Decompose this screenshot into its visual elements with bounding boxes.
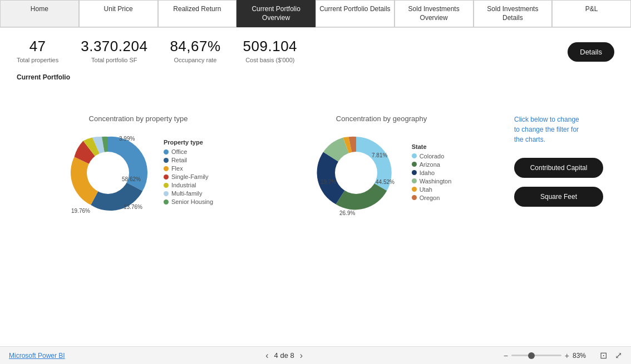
legend-dot [164,183,169,188]
page-info: 4 de 8 [274,351,294,360]
legend-item-multi-family: Multi-family [164,190,213,197]
filter-description: Click below to change to change the filt… [514,114,579,144]
page-separator: de [280,351,290,360]
power-bi-link[interactable]: Microsoft Power BI [9,352,65,360]
next-page-button[interactable]: › [300,351,303,361]
details-button[interactable]: Details [568,42,614,62]
geo-legend-label: Oregon [420,195,440,201]
geo-legend-dot [412,195,417,200]
cost-basis-value: 509.104 [243,38,297,55]
geo-legend-label: Arizona [420,161,440,168]
total-properties-label: Total properties [17,57,58,63]
nav-tab-sold-investments-details[interactable]: Sold Investments Details [474,0,553,27]
nav-tab-current-portfolio-details[interactable]: Current Portfolio Details [316,0,395,27]
bottom-right: − + 83% ⊡ ⤢ [504,350,622,361]
filter-text-1: Click below to change [514,116,579,123]
filter-highlight: filter [556,126,569,133]
main-content: 47 Total properties 3.370.204 Total port… [0,28,631,223]
fullscreen-icon[interactable]: ⤢ [615,350,622,361]
legend-label: Flex [171,165,183,172]
nav-tab-unit-price[interactable]: Unit Price [79,0,158,27]
stat-total-sf: 3.370.204 Total portfolio SF [81,38,147,63]
geo-legend-item-washington: Washington [412,178,452,185]
property-type-donut: 3.99% 13.76% 19.76% 58.62% [63,128,152,217]
label-269: 26.9% [339,210,355,216]
zoom-bar: − + 83% [504,351,592,360]
occupancy-label: Occupancy rate [170,57,220,63]
nav-tabs: HomeUnit PriceRealized ReturnCurrent Por… [0,0,631,28]
legend-label: Senior Housing [171,198,213,205]
geo-legend-label: Washington [420,178,452,185]
geo-legend-item-colorado: Colorado [412,153,452,159]
label-781: 7.81% [372,152,387,158]
legend-item-senior-housing: Senior Housing [164,198,213,205]
property-type-chart-with-legend: 3.99% 13.76% 19.76% 58.62% Property type… [17,128,260,217]
legend-dot [164,174,169,179]
prev-page-button[interactable]: ‹ [265,351,268,361]
legend-label: Office [171,148,188,155]
zoom-out-icon[interactable]: − [504,351,508,360]
legend-label: Single-Family [171,173,209,180]
bottom-center: ‹ 4 de 8 › [65,351,504,361]
section-label: Current Portfolio [17,73,614,81]
page-nav: ‹ 4 de 8 › [265,351,303,361]
nav-tab-sold-investments-overview[interactable]: Sold Investments Overview [395,0,474,27]
stat-cost-basis: 509.104 Cost basis ($'000) [243,38,297,63]
label-1376: 13.76% [124,204,142,210]
label-399: 3.99% [119,136,135,142]
label-5862: 58.62% [122,176,141,182]
bottom-bar: Microsoft Power BI ‹ 4 de 8 › − + 83% ⊡ … [0,346,631,364]
label-197: 19.7% [321,179,336,185]
geography-chart-with-legend: 7.81% 19.7% 44.52% 26.9% State ColoradoA… [260,128,503,217]
cost-basis-label: Cost basis ($'000) [243,57,297,63]
label-4452: 44.52% [376,179,395,185]
geography-legend: State ColoradoArizonaIdahoWashingtonUtah… [412,143,452,203]
nav-tab-realized-return[interactable]: Realized Return [158,0,237,27]
nav-tab-home[interactable]: Home [0,0,79,27]
geo-legend-dot [412,162,417,167]
geo-legend-item-oregon: Oregon [412,195,452,201]
legend-item-retail: Retail [164,157,213,163]
fit-page-icon[interactable]: ⊡ [600,350,607,361]
geography-donut: 7.81% 19.7% 44.52% 26.9% [312,128,401,217]
property-type-legend: Property type OfficeRetailFlexSingle-Fam… [164,139,213,207]
right-panel: Click below to change to change the filt… [503,114,614,217]
geo-legend-dot [412,170,417,175]
geo-legend-label: Idaho [420,169,435,176]
page-current: 4 [274,351,278,360]
nav-tab-current-portfolio-overview[interactable]: Current Portfolio Overview [236,0,316,27]
geo-legend-dot [412,178,417,183]
legend-dot [164,149,169,154]
legend-item-single-family: Single-Family [164,173,213,180]
total-sf-value: 3.370.204 [81,38,147,55]
nav-tab-pl[interactable]: P&L [552,0,631,27]
geo-legend-label: Utah [420,186,432,193]
page-total: 8 [290,351,294,360]
legend-dot [164,200,169,205]
geography-chart-title: Concentration by geography [260,114,503,123]
legend-label: Industrial [171,182,196,188]
geo-legend-item-arizona: Arizona [412,161,452,168]
occupancy-value: 84,67% [170,38,220,55]
legend-dot [164,158,169,163]
contributed-capital-button[interactable]: Contributed Capital [514,158,603,178]
property-type-legend-title: Property type [164,139,213,146]
property-type-chart-title: Concentration by property type [17,114,260,123]
legend-label: Retail [171,157,187,163]
square-feet-button[interactable]: Square Feet [514,187,603,207]
geo-legend-item-idaho: Idaho [412,169,452,176]
zoom-slider[interactable] [511,355,561,356]
stat-total-properties: 47 Total properties [17,38,58,63]
zoom-in-icon[interactable]: + [565,351,569,360]
legend-item-industrial: Industrial [164,182,213,188]
total-properties-value: 47 [17,38,58,55]
stat-occupancy: 84,67% Occupancy rate [170,38,220,63]
donut-hole [87,152,129,194]
stats-row: 47 Total properties 3.370.204 Total port… [17,38,614,63]
geo-legend-item-utah: Utah [412,186,452,193]
filter-text-2: to change the filter for [514,126,579,133]
label-1976: 19.76% [71,208,90,214]
legend-label: Multi-family [171,190,203,197]
property-type-chart-section: Concentration by property type [17,114,260,217]
geo-donut-hole [335,152,377,194]
